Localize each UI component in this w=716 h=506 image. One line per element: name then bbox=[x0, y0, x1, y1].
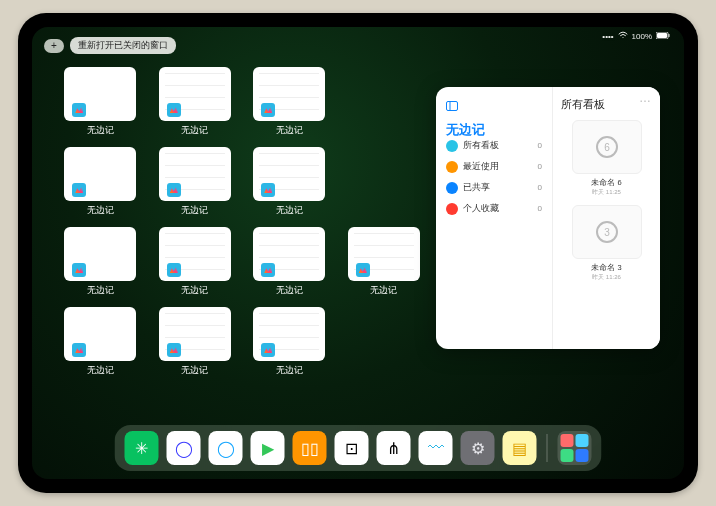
app-thumb[interactable]: 无边记 bbox=[346, 227, 423, 297]
app-thumb-label: 无边记 bbox=[181, 364, 208, 377]
add-button[interactable]: + bbox=[44, 39, 64, 53]
reopen-closed-window-button[interactable]: 重新打开已关闭的窗口 bbox=[70, 37, 176, 54]
app-thumb[interactable]: 无边记 bbox=[251, 307, 328, 377]
app-thumb-preview bbox=[159, 147, 231, 201]
app-thumb-preview bbox=[64, 227, 136, 281]
freeform-app-icon bbox=[167, 343, 181, 357]
app-thumb[interactable]: 无边记 bbox=[157, 67, 234, 137]
app-thumb[interactable]: 无边记 bbox=[62, 147, 139, 217]
app-thumb[interactable]: 无边记 bbox=[157, 227, 234, 297]
app-thumb[interactable]: 无边记 bbox=[62, 227, 139, 297]
play-icon[interactable]: ▶ bbox=[251, 431, 285, 465]
app-thumb-label: 无边记 bbox=[276, 284, 303, 297]
sidebar-item-label: 个人收藏 bbox=[463, 202, 499, 215]
svg-rect-2 bbox=[669, 34, 670, 37]
svg-rect-1 bbox=[657, 33, 667, 38]
app-thumb[interactable]: 无边记 bbox=[62, 67, 139, 137]
settings-icon[interactable]: ⚙ bbox=[461, 431, 495, 465]
ipad-screen: •••• 100% + 重新打开已关闭的窗口 无边记无边记无边记无边记无边记无边… bbox=[32, 27, 684, 479]
freeform-app-icon bbox=[167, 103, 181, 117]
battery-icon bbox=[656, 32, 670, 41]
freeform-app-icon bbox=[72, 103, 86, 117]
app-thumb-label: 无边记 bbox=[181, 124, 208, 137]
sidebar-item-icon bbox=[446, 140, 458, 152]
sidebar-item-count: 0 bbox=[538, 204, 542, 213]
sidebar-item-icon bbox=[446, 182, 458, 194]
app-thumb-label: 无边记 bbox=[87, 124, 114, 137]
freeform-app-icon bbox=[261, 103, 275, 117]
app-thumb-label: 无边记 bbox=[181, 204, 208, 217]
freeform-app-icon bbox=[261, 343, 275, 357]
app-thumb-preview bbox=[159, 67, 231, 121]
freeform-boards-pane: … 所有看板 6未命名 6昨天 11:253未命名 3昨天 11:26 bbox=[552, 87, 660, 349]
board-thumbnail[interactable]: 3 bbox=[572, 205, 642, 259]
sidebar-item-label: 最近使用 bbox=[463, 160, 499, 173]
ipad-frame: •••• 100% + 重新打开已关闭的窗口 无边记无边记无边记无边记无边记无边… bbox=[18, 13, 698, 493]
app-thumb-label: 无边记 bbox=[87, 364, 114, 377]
sidebar-item[interactable]: 最近使用0 bbox=[446, 160, 542, 173]
app-thumb-preview bbox=[64, 67, 136, 121]
freeform-window[interactable]: 无边记 所有看板0最近使用0已共享0个人收藏0 … 所有看板 6未命名 6昨天 … bbox=[436, 87, 660, 349]
svg-rect-3 bbox=[447, 102, 458, 111]
sidebar-item[interactable]: 所有看板0 bbox=[446, 139, 542, 152]
freeform-app-icon bbox=[261, 183, 275, 197]
app-thumb[interactable]: 无边记 bbox=[251, 227, 328, 297]
freeform-app-icon bbox=[261, 263, 275, 277]
svg-text:3: 3 bbox=[604, 227, 610, 238]
svg-text:6: 6 bbox=[604, 142, 610, 153]
app-thumb-preview bbox=[253, 307, 325, 361]
app-thumb-label: 无边记 bbox=[276, 124, 303, 137]
sidebar-item-count: 0 bbox=[538, 162, 542, 171]
app-thumb-preview bbox=[159, 307, 231, 361]
books-icon[interactable]: ▯▯ bbox=[293, 431, 327, 465]
dock: ✳◯◯▶▯▯⊡⋔〰⚙▤ bbox=[115, 425, 602, 471]
app-thumb[interactable]: 无边记 bbox=[157, 307, 234, 377]
freeform-app-icon bbox=[72, 343, 86, 357]
app-library-icon[interactable] bbox=[558, 431, 592, 465]
freeform-icon[interactable]: 〰 bbox=[419, 431, 453, 465]
sidebar-item-icon bbox=[446, 203, 458, 215]
more-icon[interactable]: … bbox=[639, 91, 652, 105]
freeform-app-icon bbox=[72, 183, 86, 197]
board-thumbnail[interactable]: 6 bbox=[572, 120, 642, 174]
app-thumb-preview bbox=[253, 67, 325, 121]
app-thumb-preview bbox=[253, 147, 325, 201]
sidebar-toggle-icon[interactable] bbox=[446, 97, 458, 115]
wifi-icon bbox=[618, 31, 628, 41]
freeform-app-icon bbox=[167, 183, 181, 197]
dice-icon[interactable]: ⊡ bbox=[335, 431, 369, 465]
app-thumb-label: 无边记 bbox=[87, 204, 114, 217]
app-thumb-preview bbox=[253, 227, 325, 281]
freeform-app-icon bbox=[72, 263, 86, 277]
status-bar: •••• 100% bbox=[602, 31, 670, 41]
app-thumb-preview bbox=[64, 147, 136, 201]
app-thumb[interactable]: 无边记 bbox=[251, 67, 328, 137]
freeform-title: 无边记 bbox=[446, 121, 542, 139]
dock-separator bbox=[547, 434, 548, 462]
sidebar-item-label: 已共享 bbox=[463, 181, 490, 194]
board-time: 昨天 11:25 bbox=[561, 188, 652, 197]
freeform-app-icon bbox=[167, 263, 181, 277]
app-thumb-label: 无边记 bbox=[181, 284, 208, 297]
battery-label: 100% bbox=[632, 32, 652, 41]
wechat-icon[interactable]: ✳ bbox=[125, 431, 159, 465]
app-thumb-label: 无边记 bbox=[276, 204, 303, 217]
qqbrowser-icon[interactable]: ◯ bbox=[209, 431, 243, 465]
app-thumb[interactable]: 无边记 bbox=[157, 147, 234, 217]
sidebar-item-icon bbox=[446, 161, 458, 173]
app-thumb-label: 无边记 bbox=[87, 284, 114, 297]
board-name: 未命名 3 bbox=[561, 263, 652, 273]
app-thumb[interactable]: 无边记 bbox=[251, 147, 328, 217]
sidebar-item-label: 所有看板 bbox=[463, 139, 499, 152]
node-icon[interactable]: ⋔ bbox=[377, 431, 411, 465]
app-thumb[interactable]: 无边记 bbox=[62, 307, 139, 377]
app-thumb-label: 无边记 bbox=[370, 284, 397, 297]
sidebar-item[interactable]: 个人收藏0 bbox=[446, 202, 542, 215]
quark-icon[interactable]: ◯ bbox=[167, 431, 201, 465]
sidebar-item-count: 0 bbox=[538, 141, 542, 150]
freeform-app-icon bbox=[356, 263, 370, 277]
notes-icon[interactable]: ▤ bbox=[503, 431, 537, 465]
app-thumb-preview bbox=[348, 227, 420, 281]
freeform-sidebar: 无边记 所有看板0最近使用0已共享0个人收藏0 bbox=[436, 87, 552, 349]
sidebar-item[interactable]: 已共享0 bbox=[446, 181, 542, 194]
